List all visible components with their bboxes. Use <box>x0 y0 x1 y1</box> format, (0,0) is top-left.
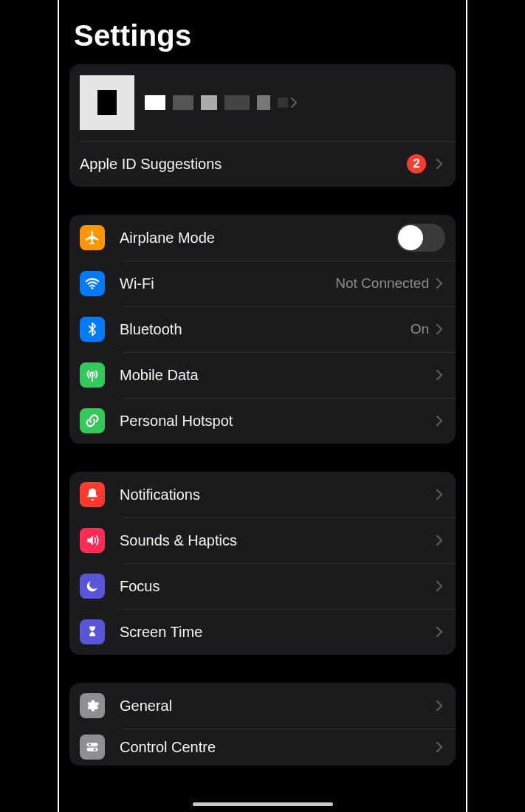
airplane-mode-label: Airplane Mode <box>120 230 397 247</box>
focus-label: Focus <box>120 578 433 595</box>
svg-point-4 <box>89 743 91 746</box>
connectivity-card: Airplane Mode Wi-Fi Not Connected <box>69 215 456 444</box>
link-icon <box>80 408 105 433</box>
antenna-icon <box>80 362 105 388</box>
bluetooth-row[interactable]: Bluetooth On <box>69 306 456 352</box>
mobile-data-label: Mobile Data <box>120 367 433 384</box>
chevron-right-icon <box>433 700 445 712</box>
airplane-icon <box>80 225 105 250</box>
screen-time-row[interactable]: Screen Time <box>69 609 456 655</box>
suggestions-badge: 2 <box>407 154 426 173</box>
personal-hotspot-label: Personal Hotspot <box>120 413 433 430</box>
hourglass-icon <box>80 619 105 644</box>
control-centre-label: Control Centre <box>120 739 433 756</box>
chevron-right-icon <box>433 369 445 381</box>
screen-time-label: Screen Time <box>120 624 433 641</box>
chevron-right-icon <box>433 278 445 289</box>
chevron-right-icon <box>433 489 445 500</box>
general-card: General Control Centre <box>69 683 456 765</box>
svg-point-0 <box>92 287 94 289</box>
sounds-row[interactable]: Sounds & Haptics <box>69 517 456 563</box>
apple-id-suggestions-label: Apple ID Suggestions <box>80 156 407 173</box>
profile-card: Apple ID Suggestions 2 <box>69 64 456 187</box>
chevron-right-icon <box>433 158 445 170</box>
focus-row[interactable]: Focus <box>69 563 456 609</box>
apple-id-suggestions-row[interactable]: Apple ID Suggestions 2 <box>69 141 456 187</box>
bluetooth-label: Bluetooth <box>120 321 411 338</box>
page-title: Settings <box>74 19 456 52</box>
svg-point-1 <box>92 371 94 374</box>
bluetooth-icon <box>80 317 105 342</box>
svg-point-5 <box>94 749 96 751</box>
general-row[interactable]: General <box>69 683 456 729</box>
chevron-right-icon <box>433 580 445 592</box>
speaker-icon <box>80 528 105 553</box>
wifi-row[interactable]: Wi-Fi Not Connected <box>69 261 456 306</box>
control-centre-row[interactable]: Control Centre <box>69 729 456 765</box>
bell-icon <box>80 482 105 507</box>
chevron-right-icon <box>433 626 445 638</box>
wifi-label: Wi-Fi <box>120 275 335 292</box>
chevron-right-icon <box>433 741 445 753</box>
home-indicator[interactable] <box>193 802 333 806</box>
airplane-mode-toggle[interactable] <box>397 224 445 252</box>
general-label: General <box>120 698 433 715</box>
wifi-value: Not Connected <box>335 275 429 292</box>
chevron-right-icon <box>433 323 445 335</box>
chevron-right-icon <box>433 534 445 546</box>
bluetooth-value: On <box>411 321 429 337</box>
gear-icon <box>80 693 105 718</box>
personal-hotspot-row[interactable]: Personal Hotspot <box>69 398 456 444</box>
attention-card: Notifications Sounds & Haptics <box>69 472 456 655</box>
mobile-data-row[interactable]: Mobile Data <box>69 352 456 398</box>
svg-rect-2 <box>87 743 98 746</box>
moon-icon <box>80 574 105 599</box>
chevron-right-icon <box>433 415 445 427</box>
wifi-icon <box>80 271 105 296</box>
svg-rect-3 <box>87 748 98 751</box>
redacted-name <box>145 95 288 110</box>
avatar <box>80 75 134 130</box>
toggles-icon <box>80 734 105 760</box>
notifications-row[interactable]: Notifications <box>69 472 456 517</box>
settings-screen: Settings <box>58 0 467 812</box>
apple-id-row[interactable] <box>69 64 456 141</box>
airplane-mode-row[interactable]: Airplane Mode <box>69 215 456 261</box>
sounds-label: Sounds & Haptics <box>120 532 433 549</box>
chevron-right-icon <box>288 97 300 109</box>
notifications-label: Notifications <box>120 486 433 503</box>
